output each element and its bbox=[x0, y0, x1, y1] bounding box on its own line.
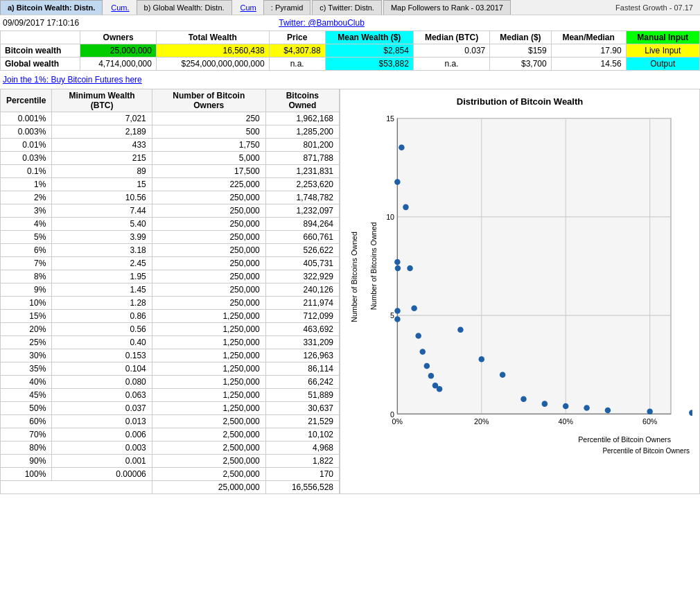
fastest-growth-label: Fastest Growth - 07.17 bbox=[609, 1, 700, 15]
tab-bitcoin-distn[interactable]: a) Bitcoin Wealth: Distn. bbox=[0, 0, 103, 15]
table-row: 70%0.0062,500,00010,102 bbox=[1, 428, 340, 441]
chart-data-point bbox=[411, 305, 417, 311]
global-total-wealth: $254,000,000,000,000 bbox=[156, 58, 269, 71]
col-mean-median: Mean/Median bbox=[551, 31, 626, 44]
chart-data-point bbox=[403, 204, 409, 211]
col-total-wealth: Total Wealth bbox=[156, 31, 269, 44]
table-row: 45%0.0631,250,00051,889 bbox=[1, 389, 340, 402]
tab-twitter-distn[interactable]: c) Twitter: Distn. bbox=[312, 0, 382, 15]
global-median-usd: $3,700 bbox=[490, 58, 551, 71]
table-row: 20%0.561,250,000463,692 bbox=[1, 323, 340, 336]
stats-table: Owners Total Wealth Price Mean Wealth ($… bbox=[0, 30, 700, 71]
global-row-label: Global wealth bbox=[1, 58, 80, 71]
chart-data-point bbox=[500, 372, 506, 378]
col-median-btc: Median (BTC) bbox=[413, 31, 489, 44]
table-row: 0.1%8917,5001,231,831 bbox=[1, 165, 340, 178]
table-row: 30%0.1531,250,000126,963 bbox=[1, 349, 340, 362]
svg-text:Number of Bitcoins Owned: Number of Bitcoins Owned bbox=[369, 222, 378, 311]
bitcoin-row-label: Bitcoin wealth bbox=[1, 44, 80, 58]
chart-data-point bbox=[394, 308, 401, 314]
table-row: 7%2.45250,000405,731 bbox=[1, 257, 340, 270]
chart-data-point bbox=[399, 144, 405, 150]
tab-map-followers[interactable]: Map Followers to Rank - 03.2017 bbox=[383, 0, 511, 15]
table-row: 8%1.95250,000322,929 bbox=[1, 270, 340, 283]
content-area: Percentile Minimum Wealth (BTC) Number o… bbox=[0, 89, 700, 494]
chart-data-point bbox=[542, 401, 548, 407]
chart-data-point bbox=[394, 179, 401, 185]
global-price: n.a. bbox=[269, 58, 325, 71]
table-row: 60%0.0132,500,00021,529 bbox=[1, 415, 340, 428]
tab-global-distn[interactable]: b) Global Wealth: Distn. bbox=[137, 0, 232, 15]
chart-title: Distribution of Bitcoin Wealth bbox=[347, 96, 692, 107]
col-median-usd: Median ($) bbox=[490, 31, 551, 44]
col-min-wealth: Minimum Wealth (BTC) bbox=[52, 89, 152, 112]
chart-area: Distribution of Bitcoin Wealth Number of… bbox=[340, 89, 700, 494]
chart-data-point bbox=[395, 265, 401, 272]
timestamp: 09/09/2017 17:10:16 bbox=[0, 17, 82, 29]
chart-data-point bbox=[457, 327, 464, 333]
table-row: 10%1.28250,000211,974 bbox=[1, 297, 340, 310]
svg-text:15: 15 bbox=[386, 114, 394, 123]
col-price: Price bbox=[269, 31, 325, 44]
table-row: 0.001%7,0212501,962,168 bbox=[1, 112, 340, 125]
y-axis-label: Number of Bitcoins Owned bbox=[347, 111, 361, 444]
bitcoin-owners: 25,000,000 bbox=[80, 44, 157, 58]
col-btc-owned: Bitcoins Owned bbox=[265, 89, 339, 112]
bitcoin-median-btc: 0.037 bbox=[413, 44, 489, 58]
chart-data-point bbox=[424, 363, 430, 369]
chart-data-point bbox=[520, 396, 527, 402]
tab-cum1[interactable]: Cum. bbox=[104, 1, 136, 15]
twitter-link[interactable]: Twitter: @BambouClub bbox=[279, 18, 365, 28]
global-owners: 4,714,000,000 bbox=[80, 58, 157, 71]
table-row: 4%5.40250,000894,264 bbox=[1, 218, 340, 231]
table-row: 6%3.18250,000526,622 bbox=[1, 244, 340, 257]
join-link[interactable]: Join the 1%: Buy Bitcoin Futures here bbox=[3, 75, 142, 85]
join-link-row: Join the 1%: Buy Bitcoin Futures here bbox=[0, 71, 700, 89]
total-btc: 16,556,528 bbox=[265, 481, 339, 494]
chart-data-point bbox=[647, 408, 653, 414]
table-row: 90%0.0012,500,0001,822 bbox=[1, 455, 340, 468]
svg-text:10: 10 bbox=[386, 213, 394, 221]
chart-data-point bbox=[428, 373, 435, 379]
chart-data-point bbox=[563, 403, 569, 410]
bitcoin-live-input: Live Input bbox=[626, 44, 699, 58]
chart-data-point bbox=[584, 405, 590, 411]
svg-text:Percentile of Bitcoin Owners: Percentile of Bitcoin Owners bbox=[578, 435, 671, 444]
chart-data-point bbox=[419, 349, 426, 355]
chart-data-point bbox=[415, 333, 421, 339]
bitcoin-median-usd: $159 bbox=[490, 44, 551, 58]
bitcoin-total-wealth: 16,560,438 bbox=[156, 44, 269, 58]
table-row: 40%0.0801,250,00066,242 bbox=[1, 376, 340, 389]
table-row: 1%15225,0002,253,620 bbox=[1, 178, 340, 191]
svg-text:40%: 40% bbox=[559, 417, 574, 426]
total-owners: 25,000,000 bbox=[152, 481, 265, 494]
col-percentile: Percentile bbox=[1, 89, 52, 112]
col-owners: Owners bbox=[80, 31, 157, 44]
svg-rect-0 bbox=[397, 119, 671, 414]
tab-cum2[interactable]: Cum bbox=[234, 1, 263, 15]
chart-data-point bbox=[605, 408, 611, 414]
bitcoin-mean-wealth: $2,854 bbox=[325, 44, 413, 58]
chart-data-point bbox=[394, 259, 401, 265]
table-row: 0.01%4331,750801,200 bbox=[1, 139, 340, 152]
table-row: 15%0.861,250,000712,099 bbox=[1, 310, 340, 323]
global-mean-wealth: $53,882 bbox=[325, 58, 413, 71]
tab-pyramid[interactable]: : Pyramid bbox=[263, 0, 310, 15]
col-manual-input: Manual Input bbox=[626, 31, 699, 44]
chart-data-point bbox=[437, 386, 443, 392]
table-row: 100%0.000062,500,000170 bbox=[1, 468, 340, 481]
table-row: 0.003%2,1895001,285,200 bbox=[1, 125, 340, 139]
chart-data-point bbox=[407, 265, 413, 272]
table-row: 5%3.99250,000660,761 bbox=[1, 231, 340, 244]
bitcoin-mean-median: 17.90 bbox=[551, 44, 626, 58]
table-row: 25%0.401,250,000331,209 bbox=[1, 336, 340, 349]
chart-data-point bbox=[479, 356, 485, 362]
global-median-btc: n.a. bbox=[413, 58, 489, 71]
tab-bar: a) Bitcoin Wealth: Distn. Cum. b) Global… bbox=[0, 0, 700, 15]
table-row: 2%10.56250,0001,748,782 bbox=[1, 191, 340, 204]
global-mean-median: 14.56 bbox=[551, 58, 626, 71]
svg-text:60%: 60% bbox=[642, 417, 658, 426]
svg-text:0%: 0% bbox=[392, 417, 403, 426]
col-num-owners: Number of Bitcoin Owners bbox=[152, 89, 265, 112]
svg-text:20%: 20% bbox=[474, 417, 489, 426]
